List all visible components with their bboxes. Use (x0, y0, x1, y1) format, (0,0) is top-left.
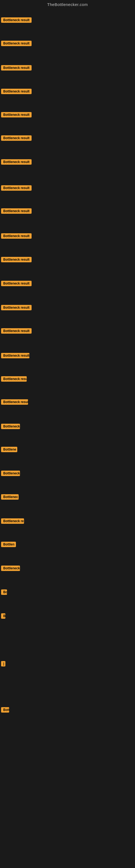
bottleneck-badge: Bottleneck result (1, 41, 32, 46)
bottleneck-badge: Bottleneck result (1, 112, 32, 118)
bottleneck-result-item[interactable]: Bottleneck result (1, 112, 32, 119)
bottleneck-badge: Bottleneck result (1, 328, 32, 334)
bottleneck-badge: Bottleneck (1, 471, 20, 476)
bottleneck-result-item[interactable]: Bottleneck (1, 471, 20, 477)
bottleneck-result-item[interactable]: Bottlene (1, 447, 17, 453)
bottleneck-badge: Bottleneck result (1, 89, 32, 94)
bottleneck-badge: Bottleneck (1, 424, 20, 429)
bottleneck-result-item[interactable]: Bottlenec (1, 494, 18, 501)
bottleneck-badge: Bottleneck resul (1, 399, 28, 405)
bottleneck-result-item[interactable]: Bottleneck resul (1, 399, 28, 406)
bottleneck-badge: B (1, 613, 5, 619)
bottleneck-badge: Bottleneck result (1, 281, 32, 286)
bottleneck-badge: Bottlen (1, 542, 16, 547)
bottleneck-badge: Bottleneck result (1, 135, 32, 141)
bottleneck-result-item[interactable]: Bottleneck result (1, 18, 32, 24)
bottleneck-badge: | (1, 661, 5, 666)
bottleneck-badge: Bottlene (1, 447, 17, 452)
bottleneck-badge: Bottleneck result (1, 65, 32, 70)
bottleneck-result-item[interactable]: Bottleneck result (1, 89, 32, 95)
bottleneck-result-item[interactable]: Bottleneck result (1, 208, 32, 215)
bottleneck-result-item[interactable]: Bottleneck result (1, 233, 32, 240)
bottleneck-result-item[interactable]: Bottleneck (1, 424, 20, 430)
bottleneck-result-item[interactable]: Bott (1, 707, 9, 714)
bottleneck-badge: Bottleneck re (1, 518, 24, 524)
bottleneck-result-item[interactable]: Bottleneck result (1, 185, 32, 192)
bottleneck-badge: Bottleneck result (1, 257, 32, 262)
bottleneck-badge: Bottlenec (1, 494, 18, 500)
bottleneck-result-item[interactable]: Bottleneck result (1, 41, 32, 47)
bottleneck-badge: Bottleneck result (1, 305, 32, 310)
bottleneck-badge: Bottleneck result (1, 208, 32, 214)
bottleneck-badge: Bottleneck result (1, 233, 32, 239)
bottleneck-badge: Bottleneck result (1, 18, 32, 23)
bottleneck-badge: Bottleneck result (1, 185, 32, 191)
bottleneck-result-item[interactable]: Bottleneck result (1, 281, 32, 287)
bottleneck-badge: Bo (1, 589, 7, 595)
bottleneck-badge: Bottleneck result (1, 159, 32, 165)
bottleneck-result-item[interactable]: Bottlen (1, 542, 16, 548)
bottleneck-result-item[interactable]: B (1, 613, 5, 620)
bottleneck-result-item[interactable]: Bo (1, 589, 7, 596)
bottleneck-badge: Bottleneck resu (1, 376, 27, 382)
bottleneck-result-item[interactable]: Bottleneck (1, 565, 20, 572)
bottleneck-result-item[interactable]: | (1, 661, 5, 668)
bottleneck-badge: Bott (1, 707, 9, 713)
bottleneck-result-item[interactable]: Bottleneck result (1, 159, 32, 166)
site-header: TheBottlenecker.com (0, 0, 135, 8)
bottleneck-badge: Bottleneck result (1, 353, 30, 358)
bottleneck-result-item[interactable]: Bottleneck re (1, 518, 24, 525)
bottleneck-result-item[interactable]: Bottleneck result (1, 305, 32, 311)
bottleneck-result-item[interactable]: Bottleneck resu (1, 376, 27, 383)
bottleneck-result-item[interactable]: Bottleneck result (1, 353, 30, 360)
bottleneck-badge: Bottleneck (1, 565, 20, 571)
bottleneck-result-item[interactable]: Bottleneck result (1, 65, 32, 72)
bottleneck-result-item[interactable]: Bottleneck result (1, 135, 32, 142)
bottleneck-result-item[interactable]: Bottleneck result (1, 328, 32, 335)
bottleneck-result-item[interactable]: Bottleneck result (1, 257, 32, 264)
